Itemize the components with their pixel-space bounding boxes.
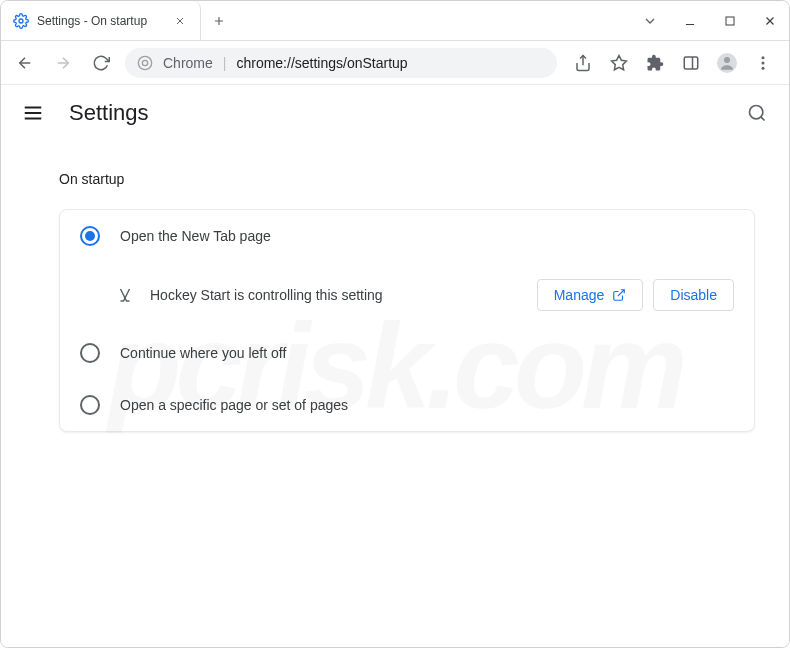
radio-label: Open the New Tab page <box>120 228 271 244</box>
url-path: chrome://settings/onStartup <box>236 55 407 71</box>
section-title: On startup <box>59 171 755 187</box>
startup-card: Open the New Tab page Hockey Start is co… <box>59 209 755 432</box>
svg-rect-6 <box>726 17 734 25</box>
chrome-logo-icon <box>137 55 153 71</box>
svg-point-12 <box>142 60 147 65</box>
bookmark-star-icon[interactable] <box>609 53 629 73</box>
close-window-icon[interactable] <box>761 12 779 30</box>
svg-point-20 <box>762 66 765 69</box>
minimize-icon[interactable] <box>681 12 699 30</box>
extension-actions: Manage Disable <box>537 279 734 311</box>
url-separator: | <box>223 55 227 71</box>
radio-label: Continue where you left off <box>120 345 286 361</box>
radio-icon <box>80 226 100 246</box>
window-controls <box>641 1 789 40</box>
extensions-icon[interactable] <box>645 53 665 73</box>
radio-label: Open a specific page or set of pages <box>120 397 348 413</box>
svg-point-18 <box>762 56 765 59</box>
browser-window: Settings - On startup <box>0 0 790 648</box>
svg-point-11 <box>138 56 151 69</box>
kebab-menu-icon[interactable] <box>753 53 773 73</box>
panel-icon[interactable] <box>681 53 701 73</box>
radio-icon <box>80 343 100 363</box>
maximize-icon[interactable] <box>721 12 739 30</box>
page-title: Settings <box>69 100 149 126</box>
hockey-sticks-icon <box>116 286 134 304</box>
titlebar: Settings - On startup <box>1 1 789 41</box>
browser-toolbar: Chrome | chrome://settings/onStartup <box>1 41 789 85</box>
svg-rect-15 <box>684 57 698 69</box>
settings-page: On startup Open the New Tab page Hockey … <box>1 141 789 432</box>
reload-button[interactable] <box>87 49 115 77</box>
tab-title: Settings - On startup <box>37 14 147 28</box>
browser-tab[interactable]: Settings - On startup <box>1 1 201 40</box>
toolbar-actions <box>567 53 779 73</box>
radio-option-new-tab[interactable]: Open the New Tab page <box>60 210 754 262</box>
svg-marker-14 <box>612 55 627 69</box>
external-link-icon <box>612 288 626 302</box>
close-tab-icon[interactable] <box>172 13 188 29</box>
svg-line-26 <box>618 290 624 296</box>
chevron-down-icon[interactable] <box>641 12 659 30</box>
search-icon[interactable] <box>745 101 769 125</box>
share-icon[interactable] <box>573 53 593 73</box>
extension-notice-text: Hockey Start is controlling this setting <box>150 287 521 303</box>
back-button[interactable] <box>11 49 39 77</box>
url-scheme-label: Chrome <box>163 55 213 71</box>
profile-avatar-icon[interactable] <box>717 53 737 73</box>
svg-point-19 <box>762 61 765 64</box>
hamburger-menu-icon[interactable] <box>21 101 45 125</box>
manage-button[interactable]: Manage <box>537 279 644 311</box>
svg-line-25 <box>761 117 765 121</box>
radio-icon <box>80 395 100 415</box>
address-bar[interactable]: Chrome | chrome://settings/onStartup <box>125 48 557 78</box>
disable-button-label: Disable <box>670 287 717 303</box>
disable-button[interactable]: Disable <box>653 279 734 311</box>
settings-content: Settings On startup Open the New Tab pag… <box>1 85 789 647</box>
extension-notice-row: Hockey Start is controlling this setting… <box>60 262 754 327</box>
forward-button[interactable] <box>49 49 77 77</box>
new-tab-button[interactable] <box>201 1 237 40</box>
svg-point-0 <box>19 19 23 23</box>
svg-point-24 <box>750 106 763 119</box>
manage-button-label: Manage <box>554 287 605 303</box>
radio-option-specific-pages[interactable]: Open a specific page or set of pages <box>60 379 754 431</box>
radio-option-continue[interactable]: Continue where you left off <box>60 327 754 379</box>
settings-header: Settings <box>1 85 789 141</box>
gear-icon <box>13 13 29 29</box>
svg-point-17 <box>724 57 730 63</box>
